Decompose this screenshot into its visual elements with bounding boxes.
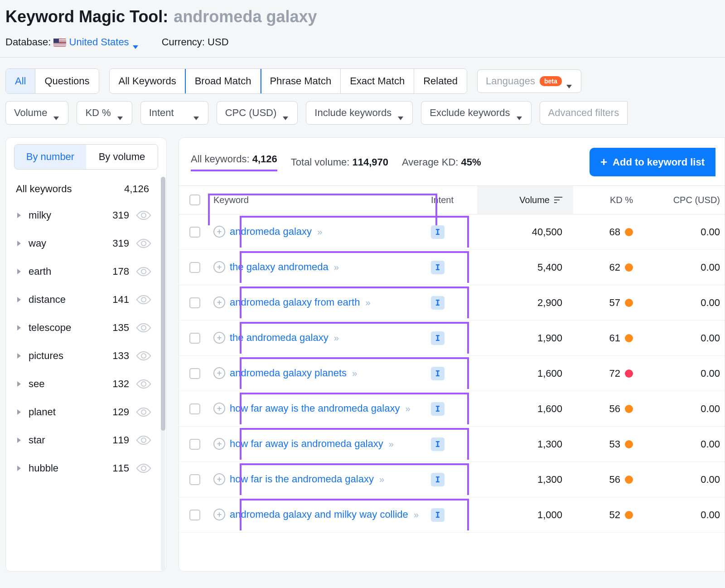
database-selector[interactable]: Database: United States [5, 36, 140, 48]
tab-all-keywords[interactable]: All Keywords [110, 69, 186, 93]
add-keyword-icon[interactable]: + [213, 367, 225, 379]
group-list-header[interactable]: All keywords 4,126 [6, 177, 163, 201]
add-keyword-icon[interactable]: + [213, 473, 225, 485]
intent-badge[interactable]: I [431, 225, 445, 239]
intent-cell: I [431, 367, 477, 380]
row-checkbox-cell [179, 403, 211, 414]
intent-cell: I [431, 473, 477, 486]
chevron-down-icon [517, 111, 523, 115]
eye-icon[interactable] [136, 432, 151, 448]
title-row: Keyword Magic Tool: andromeda galaxy [5, 7, 720, 26]
row-checkbox[interactable] [189, 510, 200, 520]
sidebar-item-see[interactable]: see132 [6, 370, 163, 398]
row-checkbox[interactable] [189, 262, 200, 273]
kd-difficulty-dot-icon [625, 405, 633, 413]
cpc-filter[interactable]: CPC (USD) [217, 101, 298, 125]
eye-icon[interactable] [136, 292, 151, 307]
col-cpc[interactable]: CPC (USD) [641, 195, 725, 205]
group-list-scroll: All keywords 4,126 milky319way319earth17… [6, 177, 166, 571]
eye-icon[interactable] [136, 404, 151, 420]
sidebar-item-milky[interactable]: milky319 [6, 201, 163, 229]
eye-icon[interactable] [136, 236, 151, 251]
row-checkbox[interactable] [189, 333, 200, 344]
intent-badge[interactable]: I [431, 473, 445, 486]
keyword-link[interactable]: the andromeda galaxy » [230, 331, 337, 345]
sidebar-item-distance[interactable]: distance141 [6, 286, 163, 314]
kd-value: 52 [609, 509, 620, 521]
row-checkbox[interactable] [189, 227, 200, 238]
sidebar-item-hubble[interactable]: hubble115 [6, 454, 163, 482]
sidebar-item-way[interactable]: way319 [6, 229, 163, 258]
add-keyword-icon[interactable]: + [213, 509, 225, 520]
scrollbar-thumb[interactable] [161, 177, 165, 431]
row-checkbox[interactable] [189, 297, 200, 308]
cpc-cell: 0.00 [641, 262, 725, 273]
eye-icon[interactable] [136, 264, 151, 279]
chevron-right-icon [16, 213, 22, 218]
sidebar-item-planet[interactable]: planet129 [6, 398, 163, 426]
intent-badge[interactable]: I [431, 296, 445, 310]
keyword-link[interactable]: how far away is andromeda galaxy » [230, 437, 392, 451]
col-intent[interactable]: Intent [431, 195, 477, 205]
intent-badge[interactable]: I [431, 508, 445, 522]
advanced-filters[interactable]: Advanced filters [540, 101, 628, 125]
volume-filter[interactable]: Volume [5, 101, 68, 125]
languages-dropdown[interactable]: Languages beta [477, 69, 581, 93]
tab-broad-match[interactable]: Broad Match [186, 69, 261, 93]
intent-badge[interactable]: I [431, 261, 445, 274]
row-checkbox[interactable] [189, 439, 200, 450]
tab-all[interactable]: All [6, 69, 35, 93]
tab-exact-match[interactable]: Exact Match [341, 69, 414, 93]
summary-avg-kd: Average KD: 45% [402, 156, 481, 168]
intent-badge[interactable]: I [431, 367, 445, 380]
row-checkbox[interactable] [189, 474, 200, 485]
keyword-link[interactable]: andromeda galaxy » [230, 225, 320, 239]
sidebar-item-star[interactable]: star119 [6, 426, 163, 454]
include-keywords-filter[interactable]: Include keywords [306, 101, 413, 125]
keyword-link[interactable]: andromeda galaxy from earth » [230, 296, 369, 310]
table-row: +the galaxy andromeda »I5,400620.00 [179, 250, 725, 285]
exclude-keywords-filter[interactable]: Exclude keywords [421, 101, 531, 125]
add-keyword-icon[interactable]: + [213, 226, 225, 238]
sidebar-item-earth[interactable]: earth178 [6, 258, 163, 286]
intent-badge[interactable]: I [431, 331, 445, 345]
add-keyword-icon[interactable]: + [213, 296, 225, 308]
row-checkbox[interactable] [189, 403, 200, 414]
add-keyword-icon[interactable]: + [213, 438, 225, 450]
row-checkbox[interactable] [189, 368, 200, 379]
eye-icon[interactable] [136, 348, 151, 364]
intent-badge[interactable]: I [431, 402, 445, 416]
sidebar-item-count: 319 [112, 209, 129, 221]
intent-badge[interactable]: I [431, 437, 445, 451]
add-to-keyword-list-button[interactable]: Add to keyword list [590, 148, 715, 176]
intent-filter[interactable]: Intent [140, 101, 208, 125]
by-number-toggle[interactable]: By number [14, 145, 86, 169]
keyword-link[interactable]: the galaxy andromeda » [230, 260, 337, 274]
col-keyword[interactable]: Keyword [211, 195, 431, 205]
add-keyword-icon[interactable]: + [213, 403, 225, 414]
keyword-link[interactable]: how far away is the andromeda galaxy » [230, 402, 409, 416]
keyword-link[interactable]: andromeda galaxy planets » [230, 366, 355, 380]
sidebar-item-telescope[interactable]: telescope135 [6, 314, 163, 342]
sidebar-item-label: pictures [29, 350, 106, 362]
sidebar-item-pictures[interactable]: pictures133 [6, 342, 163, 370]
col-kd[interactable]: KD % [573, 195, 641, 205]
keyword-link[interactable]: andromeda galaxy and milky way collide » [230, 508, 417, 522]
by-volume-toggle[interactable]: By volume [86, 145, 158, 169]
volume-filter-label: Volume [14, 107, 47, 119]
beta-badge: beta [540, 76, 562, 86]
eye-icon[interactable] [136, 208, 151, 223]
keyword-link[interactable]: how far is the andromeda galaxy » [230, 472, 382, 486]
tab-questions[interactable]: Questions [35, 69, 98, 93]
col-volume[interactable]: Volume [477, 186, 573, 214]
eye-icon[interactable] [136, 320, 151, 335]
tab-related[interactable]: Related [414, 69, 467, 93]
cpc-cell: 0.00 [641, 226, 725, 238]
kd-filter[interactable]: KD % [77, 101, 132, 125]
add-keyword-icon[interactable]: + [213, 332, 225, 344]
eye-icon[interactable] [136, 461, 151, 476]
add-keyword-icon[interactable]: + [213, 261, 225, 273]
eye-icon[interactable] [136, 376, 151, 392]
tab-phrase-match[interactable]: Phrase Match [261, 69, 341, 93]
select-all-checkbox[interactable] [189, 194, 200, 205]
